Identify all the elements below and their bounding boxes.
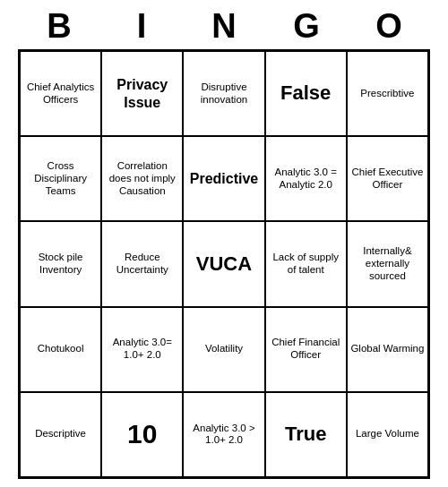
bingo-cell: Analytic 3.0= 1.0+ 2.0	[101, 307, 183, 392]
bingo-cell: Disruptive innovation	[183, 51, 264, 136]
bingo-cell: Internally& externally sourced	[347, 221, 428, 306]
bingo-cell: 10	[101, 392, 183, 477]
bingo-cell: False	[265, 51, 347, 136]
bingo-cell: Predictive	[183, 136, 264, 221]
bingo-cell: Reduce Uncertainty	[101, 221, 183, 306]
bingo-cell: Analytic 3.0 = Analytic 2.0	[265, 136, 347, 221]
bingo-cell: Chief Executive Officer	[347, 136, 428, 221]
bingo-cell: Analytic 3.0 > 1.0+ 2.0	[183, 392, 264, 477]
bingo-cell: VUCA	[183, 221, 264, 306]
bingo-cell: Volatility	[183, 307, 264, 392]
bingo-letter: N	[197, 7, 251, 46]
bingo-header: BINGO	[18, 0, 430, 49]
bingo-cell: True	[265, 392, 347, 477]
bingo-cell: Correlation does not imply Causation	[101, 136, 183, 221]
bingo-letter: I	[115, 7, 168, 46]
bingo-cell: Descriptive	[20, 392, 101, 477]
bingo-cell: Chief Financial Officer	[265, 307, 347, 392]
bingo-cell: Global Warming	[347, 307, 428, 392]
bingo-cell: Large Volume	[347, 392, 428, 477]
bingo-cell: Privacy Issue	[101, 51, 183, 136]
bingo-cell: Chief Analytics Officers	[20, 51, 101, 136]
bingo-grid: Chief Analytics OfficersPrivacy IssueDis…	[18, 49, 430, 479]
bingo-letter: B	[32, 7, 86, 46]
bingo-cell: Stock pile Inventory	[20, 221, 101, 306]
bingo-cell: Cross Disciplinary Teams	[20, 136, 101, 221]
bingo-letter: O	[362, 7, 416, 46]
bingo-cell: Lack of supply of talent	[265, 221, 347, 306]
bingo-cell: Chotukool	[20, 307, 101, 392]
bingo-letter: G	[280, 7, 333, 46]
bingo-cell: Prescribtive	[347, 51, 428, 136]
